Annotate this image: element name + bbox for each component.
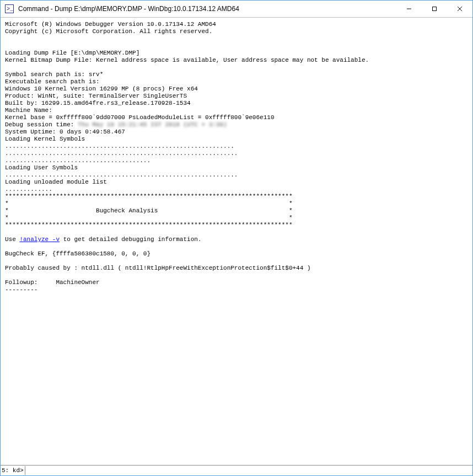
debugger-output: Microsoft (R) Windows Debugger Version 1… xyxy=(5,21,468,293)
windbg-window: >_ Command - Dump E:\dmp\MEMORY.DMP - Wi… xyxy=(0,0,473,476)
svg-text:>_: >_ xyxy=(7,6,14,12)
svg-rect-3 xyxy=(433,7,437,11)
close-button[interactable] xyxy=(447,1,472,17)
titlebar[interactable]: >_ Command - Dump E:\dmp\MEMORY.DMP - Wi… xyxy=(1,1,472,18)
window-controls xyxy=(396,1,472,17)
app-icon: >_ xyxy=(5,4,14,13)
prompt-label: 5: kd> xyxy=(2,467,25,474)
command-input[interactable] xyxy=(25,466,471,475)
command-prompt-bar: 5: kd> xyxy=(1,465,472,475)
redacted-session-time: Thu May 10 15:21:45 IST 2018 (UTC + 3:30… xyxy=(78,121,227,128)
minimize-button[interactable] xyxy=(396,1,422,17)
window-title: Command - Dump E:\dmp\MEMORY.DMP - WinDb… xyxy=(18,5,396,13)
output-area[interactable]: Microsoft (R) Windows Debugger Version 1… xyxy=(1,18,472,465)
maximize-button[interactable] xyxy=(422,1,447,17)
analyze-link[interactable]: !analyze -v xyxy=(19,236,60,243)
